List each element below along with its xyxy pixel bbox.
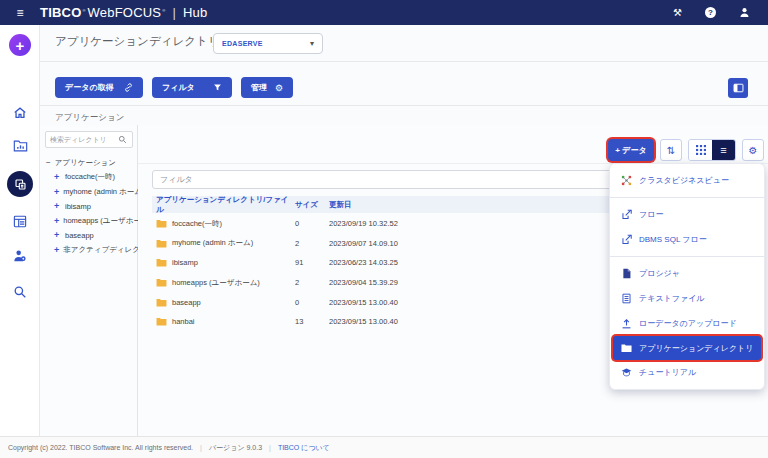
section-divider (40, 105, 768, 106)
manage-button[interactable]: 管理 ⚙ (241, 77, 293, 98)
page-header: アプリケーションディレクトリ EDASERVE ▾ (40, 25, 768, 62)
gear-icon: ⚙ (749, 145, 758, 156)
list-view-button[interactable]: ≡ (712, 140, 735, 160)
expand-icon: + (54, 230, 61, 240)
file-size: 0 (295, 219, 329, 228)
tree-item-ibisamp[interactable]: + ibisamp (46, 199, 135, 214)
flow-icon (621, 234, 632, 245)
sidebar-item-security[interactable] (0, 249, 40, 263)
directory-tree: − アプリケーション + foccache(一時) + myhome (admi… (46, 155, 135, 257)
tree-item-baseapp[interactable]: + baseapp (46, 228, 135, 243)
search-icon (13, 285, 27, 299)
tree-item-label: foccache(一時) (65, 172, 115, 182)
sidebar-item-reporting-server[interactable] (0, 139, 40, 153)
column-header-size[interactable]: サイズ (295, 200, 329, 210)
view-switcher: ≡ (688, 139, 736, 161)
menu-item-application-directory[interactable]: アプリケーションディレクトリ (613, 336, 761, 360)
page-title: アプリケーションディレクトリ (55, 34, 220, 49)
folder-icon (621, 343, 632, 353)
add-data-button[interactable]: + データ (608, 139, 654, 161)
collapse-icon: − (46, 158, 51, 167)
tree-root-label: アプリケーション (55, 158, 116, 168)
tree-panel: − アプリケーション + foccache(一時) + myhome (admi… (40, 125, 138, 436)
menu-item-label: DBMS SQL フロー (639, 234, 707, 245)
workspaces-icon (14, 178, 27, 191)
manage-label: 管理 (251, 82, 267, 93)
server-select-value: EDASERVE (222, 40, 263, 47)
grid-view-button[interactable] (689, 140, 712, 160)
get-data-button[interactable]: データの取得 (55, 77, 143, 98)
menu-item-label: プロシジャ (639, 268, 680, 279)
tree-item-label: baseapp (65, 231, 94, 240)
user-icon[interactable] (739, 7, 750, 18)
menu-item-tutorial[interactable]: チュートリアル (610, 360, 764, 385)
file-name: hanbai (172, 317, 195, 326)
menu-item-flow[interactable]: フロー (610, 202, 764, 227)
flow-icon (621, 209, 632, 220)
panel-toggle-button[interactable] (728, 78, 748, 98)
menu-item-text-file[interactable]: テキストファイル (610, 286, 764, 311)
file-size: 2 (295, 278, 329, 287)
menu-item-dbms-sql-flow[interactable]: DBMS SQL フロー (610, 227, 764, 252)
tools-icon[interactable]: ⚒ (673, 8, 682, 18)
search-icon (118, 135, 127, 144)
menu-item-label: アプリケーションディレクトリ (639, 343, 753, 354)
copyright-text: Copyright (c) 2022. TIBCO Software Inc. … (8, 444, 193, 451)
expand-icon: + (54, 187, 59, 197)
tree-item-inactive-dirs[interactable]: + 非アクティブディレクトリ (46, 243, 135, 258)
tree-item-homeapps[interactable]: + homeapps (ユーザホーム) (46, 214, 135, 229)
settings-button[interactable]: ⚙ (742, 139, 764, 161)
link-icon (124, 83, 133, 92)
tree-search-input[interactable] (50, 136, 118, 143)
sidebar-item-home[interactable] (0, 106, 40, 120)
add-data-dropdown-menu: クラスタビジネスビュー フロー DBMS SQL フロー プロシジャ テキストフ… (609, 163, 765, 390)
plus-icon: + (16, 38, 25, 53)
list-actions-row: + データ ⇅ ≡ ⚙ (608, 139, 764, 161)
expand-icon: + (54, 172, 61, 182)
file-size: 0 (295, 298, 329, 307)
text-file-icon (621, 293, 632, 304)
upload-icon (621, 318, 632, 329)
sort-button[interactable]: ⇅ (660, 139, 682, 161)
footer-separator: | (269, 444, 271, 451)
menu-item-upload-raw-data[interactable]: ローデータのアップロード (610, 311, 764, 336)
folder-icon (156, 239, 167, 248)
help-icon[interactable]: ? (705, 7, 716, 18)
graduation-cap-icon (621, 367, 632, 378)
sidebar-item-portals[interactable] (0, 215, 40, 228)
column-header-name[interactable]: アプリケーションディレクトリ/ファイル (156, 195, 295, 215)
toolbar: データの取得 フィルタ 管理 ⚙ (55, 77, 293, 98)
tree-item-foccache[interactable]: + foccache(一時) (46, 170, 135, 185)
file-name: myhome (admin ホーム) (172, 238, 253, 248)
user-gear-icon (13, 249, 27, 263)
folder-icon (156, 258, 167, 267)
registered-mark: ® (162, 8, 165, 13)
hamburger-menu-icon[interactable]: ≡ (0, 6, 40, 20)
menu-item-cluster-business-view[interactable]: クラスタビジネスビュー (610, 168, 764, 193)
expand-icon: + (54, 201, 61, 211)
tree-item-myhome[interactable]: + myhome (admin ホーム) (46, 185, 135, 200)
sidebar-item-search[interactable] (0, 285, 40, 299)
version-text: バージョン 9.0.3 (209, 443, 262, 453)
expand-icon: + (54, 245, 59, 255)
portal-grid-icon (13, 215, 27, 228)
sidebar-item-workspaces-active[interactable] (0, 171, 40, 197)
filter-button[interactable]: フィルタ (152, 77, 232, 98)
sort-icon: ⇅ (667, 145, 675, 156)
menu-item-label: チュートリアル (639, 367, 696, 378)
menu-item-label: フロー (639, 209, 663, 220)
tree-root-applications[interactable]: − アプリケーション (46, 155, 135, 170)
list-view-icon: ≡ (720, 144, 726, 156)
server-select[interactable]: EDASERVE ▾ (213, 33, 323, 54)
filter-label: フィルタ (162, 82, 195, 93)
file-name: homeapps (ユーザホーム) (172, 278, 260, 288)
get-data-label: データの取得 (65, 82, 114, 93)
create-new-button[interactable]: + (0, 34, 40, 56)
file-size: 13 (295, 317, 329, 326)
menu-item-procedure[interactable]: プロシジャ (610, 261, 764, 286)
chevron-down-icon: ▾ (310, 39, 314, 48)
about-tibco-link[interactable]: TIBCO について (278, 443, 330, 453)
footer-separator: | (200, 444, 202, 451)
topbar-actions: ⚒ ? (673, 7, 768, 18)
expand-icon: + (54, 216, 59, 226)
